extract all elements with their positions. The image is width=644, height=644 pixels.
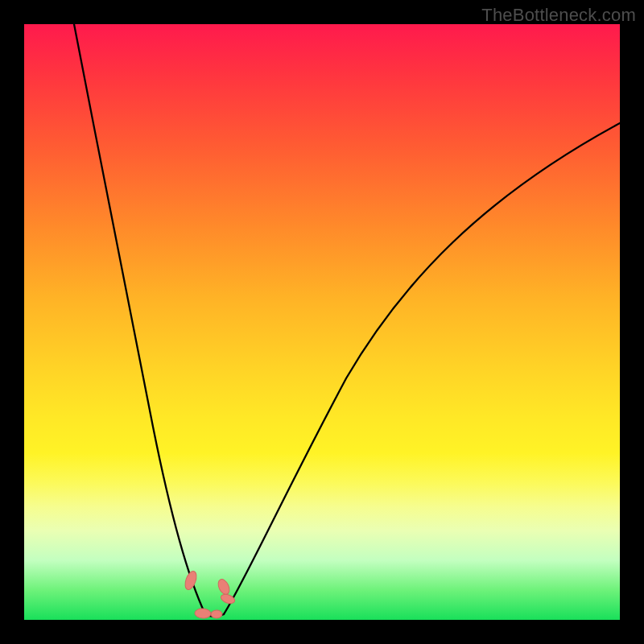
outer-frame: TheBottleneck.com xyxy=(0,0,644,644)
marker-group xyxy=(183,570,236,619)
plot-area xyxy=(24,24,620,620)
watermark-text: TheBottleneck.com xyxy=(481,5,636,26)
marker-4 xyxy=(195,608,212,618)
marker-5 xyxy=(211,610,222,618)
curve-svg xyxy=(24,24,620,620)
curve-left-branch xyxy=(74,24,205,614)
marker-3 xyxy=(220,592,236,605)
marker-2 xyxy=(216,577,231,596)
marker-1 xyxy=(183,570,198,592)
curve-right-branch xyxy=(224,123,620,614)
